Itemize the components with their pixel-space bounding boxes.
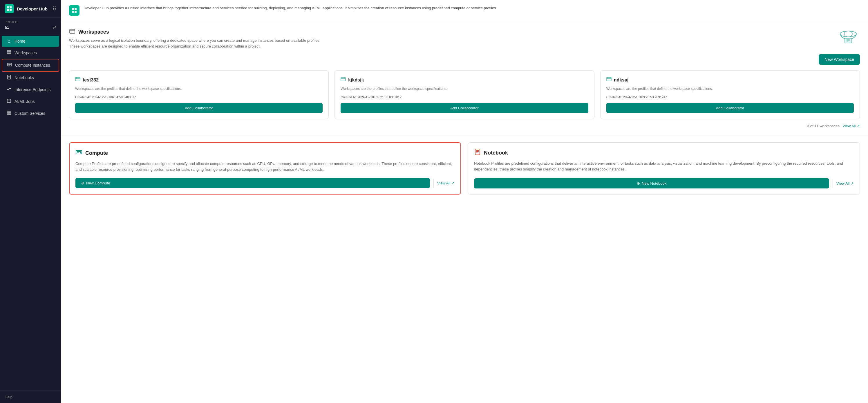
svg-rect-24 bbox=[72, 11, 74, 13]
custom-services-icon bbox=[6, 110, 11, 116]
sidebar-item-home-label: Home bbox=[14, 39, 25, 43]
sidebar-item-inference-endpoints[interactable]: Inference Endpoints bbox=[2, 84, 59, 95]
notebook-divider bbox=[833, 179, 833, 188]
svg-rect-20 bbox=[7, 113, 9, 114]
project-section: PROJECT a1 ⇌ bbox=[0, 18, 61, 33]
workspaces-title-block: Workspaces Workspaces serve as a logical… bbox=[69, 28, 819, 49]
workspace-card-name-2: ndksaj bbox=[614, 77, 629, 82]
notebook-icon bbox=[474, 148, 481, 157]
workspaces-section-icon bbox=[69, 28, 75, 36]
svg-rect-35 bbox=[75, 77, 80, 81]
svg-rect-3 bbox=[9, 9, 11, 11]
svg-rect-8 bbox=[7, 63, 11, 66]
inference-icon bbox=[6, 87, 11, 93]
svg-rect-0 bbox=[7, 6, 9, 8]
svg-point-29 bbox=[840, 31, 857, 37]
view-all-workspaces-link[interactable]: View All ↗ bbox=[842, 124, 860, 128]
sidebar-item-workspaces-label: Workspaces bbox=[14, 51, 37, 55]
sidebar-item-aiml-label: AI/ML Jobs bbox=[14, 99, 35, 104]
help-label[interactable]: Help bbox=[5, 395, 12, 399]
swap-icon[interactable]: ⇌ bbox=[53, 24, 56, 30]
compute-icon bbox=[75, 149, 83, 158]
svg-rect-21 bbox=[9, 113, 11, 114]
workspace-card-name-1: kjkdsjk bbox=[348, 77, 364, 82]
sidebar-item-compute-instances-label: Compute Instances bbox=[15, 63, 50, 68]
project-name: a1 bbox=[5, 25, 9, 30]
grid-icon[interactable]: ⠿ bbox=[53, 5, 56, 12]
sidebar-header: Developer Hub ⠿ bbox=[0, 0, 61, 18]
workspace-card-name-0: test332 bbox=[83, 77, 99, 82]
compute-instances-icon bbox=[7, 62, 12, 68]
sidebar: Developer Hub ⠿ PROJECT a1 ⇌ ⌂ Home Work… bbox=[0, 0, 61, 403]
workspace-card-desc-0: Workspaces are the profiles that define … bbox=[75, 86, 322, 91]
workspace-illustration bbox=[837, 28, 860, 49]
svg-rect-26 bbox=[70, 29, 75, 33]
svg-point-30 bbox=[844, 31, 852, 37]
svg-rect-41 bbox=[607, 77, 611, 81]
workspaces-section-title: Workspaces bbox=[78, 29, 109, 35]
sidebar-item-notebooks-label: Notebooks bbox=[14, 75, 34, 80]
compute-profile-card: Compute Compute Profiles are predefined … bbox=[69, 142, 461, 195]
info-text: Developer Hub provides a unified interfa… bbox=[84, 5, 496, 11]
notebook-profile-title: Notebook bbox=[484, 150, 508, 156]
plus-icon: ⊕ bbox=[81, 181, 85, 185]
bottom-sections: Compute Compute Profiles are predefined … bbox=[61, 135, 868, 201]
plus-icon-notebook: ⊕ bbox=[637, 181, 640, 186]
svg-rect-2 bbox=[7, 9, 9, 11]
sidebar-item-workspaces[interactable]: Workspaces bbox=[2, 47, 59, 59]
workspace-card-icon-1 bbox=[341, 76, 346, 83]
home-icon: ⌂ bbox=[6, 39, 11, 44]
workspace-card-created-0: Created At: 2024-12-19T06:34:58.948057Z bbox=[75, 95, 322, 99]
view-all-compute-link[interactable]: View All ↗ bbox=[437, 181, 455, 185]
workspaces-section: Workspaces Workspaces serve as a logical… bbox=[61, 21, 868, 135]
sidebar-item-compute-instances[interactable]: Compute Instances bbox=[2, 59, 59, 72]
view-all-notebook-link[interactable]: View All ↗ bbox=[836, 181, 854, 186]
workspaces-icon bbox=[6, 50, 11, 56]
pagination-row: 3 of 11 workspaces View All ↗ bbox=[69, 124, 860, 128]
sidebar-item-custom-services-label: Custom Services bbox=[14, 111, 45, 116]
svg-rect-25 bbox=[74, 11, 76, 13]
svg-rect-22 bbox=[72, 8, 74, 10]
svg-rect-1 bbox=[9, 6, 11, 8]
sidebar-footer: Help bbox=[0, 391, 61, 403]
notebook-profile-desc: Notebook Profiles are predefined configu… bbox=[474, 161, 854, 172]
notebooks-icon bbox=[6, 75, 11, 80]
aiml-icon bbox=[6, 99, 11, 104]
workspace-card-1: kjkdsjk Workspaces are the profiles that… bbox=[335, 70, 594, 119]
add-collaborator-button-1[interactable]: Add Collaborator bbox=[341, 103, 588, 113]
app-name: Developer Hub bbox=[17, 6, 48, 11]
sidebar-item-inference-label: Inference Endpoints bbox=[14, 87, 51, 92]
notebook-profile-card: Notebook Notebook Profiles are predefine… bbox=[468, 142, 860, 195]
sidebar-item-aiml-jobs[interactable]: AI/ML Jobs bbox=[2, 96, 59, 107]
workspace-card-0: test332 Workspaces are the profiles that… bbox=[69, 70, 329, 119]
svg-rect-4 bbox=[7, 50, 9, 52]
workspace-card-2: ndksaj Workspaces are the profiles that … bbox=[600, 70, 860, 119]
compute-profile-desc: Compute Profiles are predefined configur… bbox=[75, 161, 455, 172]
divider bbox=[433, 179, 434, 188]
sidebar-nav: ⌂ Home Workspaces Com bbox=[0, 33, 61, 391]
svg-rect-6 bbox=[7, 53, 9, 54]
workspace-card-icon-2 bbox=[606, 76, 612, 83]
main-content: Developer Hub provides a unified interfa… bbox=[61, 0, 868, 403]
new-compute-button[interactable]: ⊕ New Compute bbox=[75, 178, 430, 188]
add-collaborator-button-0[interactable]: Add Collaborator bbox=[75, 103, 322, 113]
info-logo bbox=[69, 5, 80, 16]
new-notebook-button[interactable]: ⊕ New Notebook bbox=[474, 178, 829, 189]
svg-rect-19 bbox=[9, 111, 11, 112]
workspace-cards-row: test332 Workspaces are the profiles that… bbox=[69, 70, 860, 119]
sidebar-item-custom-services[interactable]: Custom Services bbox=[2, 107, 59, 119]
workspace-card-created-1: Created At: 2024-12-10T09:21:33.003701Z bbox=[341, 95, 588, 99]
svg-rect-18 bbox=[7, 111, 9, 112]
svg-rect-23 bbox=[74, 8, 76, 10]
new-workspace-button[interactable]: New Workspace bbox=[819, 54, 860, 65]
workspace-card-desc-2: Workspaces are the profiles that define … bbox=[606, 86, 854, 91]
svg-rect-5 bbox=[9, 50, 11, 52]
sidebar-item-notebooks[interactable]: Notebooks bbox=[2, 72, 59, 83]
workspace-card-icon-0 bbox=[75, 76, 80, 83]
add-collaborator-button-2[interactable]: Add Collaborator bbox=[606, 103, 854, 113]
svg-rect-38 bbox=[341, 77, 345, 81]
workspace-card-created-2: Created At: 2024-12-10T09:20:53.289124Z bbox=[606, 95, 854, 99]
workspace-card-desc-1: Workspaces are the profiles that define … bbox=[341, 86, 588, 91]
sidebar-item-home[interactable]: ⌂ Home bbox=[2, 36, 59, 47]
info-banner: Developer Hub provides a unified interfa… bbox=[61, 0, 868, 21]
